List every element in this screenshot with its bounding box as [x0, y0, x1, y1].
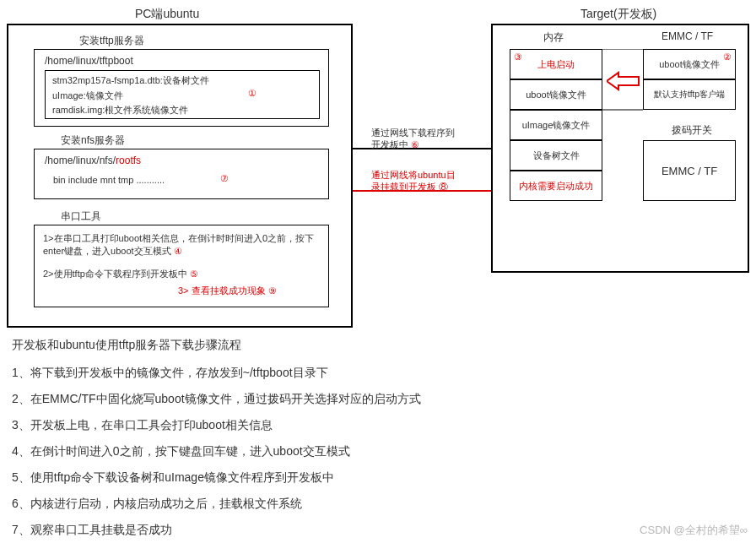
target-box: 内存 EMMC / TF ③ 上电启动 uboot镜像文件 uImage镜像文件… — [491, 24, 749, 273]
step-4: 4、在倒计时间进入0之前，按下键盘回车键，进入uboot交互模式 — [12, 443, 744, 460]
step-6: 6、内核进行启动，内核启动成功之后，挂载根文件系统 — [12, 495, 744, 513]
mem-row-5: 内核需要启动成功 — [510, 171, 602, 201]
step-7: 7、观察串口工具挂载是否成功 — [12, 521, 744, 539]
steps-title: 开发板和ubuntu使用tftp服务器下载步骤流程 — [12, 336, 744, 354]
pc-box: 安装tftp服务器 /home/linux/tftpboot stm32mp15… — [7, 24, 353, 328]
diagram-area: PC端ubuntu Target(开发板) 安装tftp服务器 /home/li… — [0, 0, 756, 329]
serial-line1: 1>在串口工具打印uboot相关信息，在倒计时时间进入0之前，按下enter键盘… — [43, 232, 321, 258]
tftp-box: /home/linux/tftpboot stm32mp157a-fsmp1a.… — [34, 49, 329, 127]
mem-row-1: ③ 上电启动 — [510, 49, 602, 79]
tftp-line2: uImage:镜像文件 — [52, 90, 123, 102]
target-title: Target(开发板) — [580, 7, 656, 22]
emmc-label: EMMC / TF — [660, 30, 715, 42]
tftp-line1: stm32mp157a-fsmp1a.dtb:设备树文件 — [52, 74, 209, 87]
step-1: 1、将下载到开发板中的镜像文件，存放发到~/tftpboot目录下 — [12, 364, 744, 382]
serial-line3: 3> 查看挂载成功现象 ⑨ — [178, 285, 277, 297]
tftp-line3: ramdisk.img:根文件系统镜像文件 — [52, 104, 188, 117]
mem-label: 内存 — [542, 30, 565, 45]
serial-line2: 2>使用tftp命令下载程序到开发板中 ⑤ — [43, 268, 198, 280]
emmc-row-1: ② uboot镜像文件 — [643, 49, 736, 79]
nfs-path: /home/linux/nfs/rootfs — [45, 155, 141, 166]
serial-label: 串口工具 — [59, 209, 103, 224]
dip-box: EMMC / TF — [643, 140, 736, 201]
mem-row-2: uboot镜像文件 — [510, 79, 602, 110]
nfs-path-b: rootfs — [116, 155, 141, 166]
mem-row-3: uImage镜像文件 — [510, 110, 602, 140]
conn-mount: 通过网线将ubuntu目 录挂载到开发板 ⑧ — [371, 169, 456, 193]
mem-row-4: 设备树文件 — [510, 140, 602, 171]
conn-download: 通过网线下载程序到 开发板中 ⑥ — [371, 127, 455, 151]
watermark: CSDN @全村的希望∞ — [640, 523, 748, 538]
step-2: 2、在EMMC/TF中固化烧写uboot镜像文件，通过拨码开关选择对应的启动方式 — [12, 390, 744, 408]
diagonal-lines — [602, 49, 645, 115]
emmc-row-2: 默认支持tftp客户端 — [643, 79, 736, 110]
nfs-line1: bin include mnt tmp ........... — [53, 175, 165, 185]
tftp-label: 安装tftp服务器 — [78, 34, 146, 48]
pc-title: PC端ubuntu — [135, 7, 199, 22]
tftp-path: /home/linux/tftpboot — [45, 55, 133, 67]
steps-section: 开发板和ubuntu使用tftp服务器下载步骤流程 1、将下载到开发板中的镜像文… — [0, 329, 756, 543]
nfs-badge: ⑦ — [220, 173, 229, 184]
serial-box: 1>在串口工具打印uboot相关信息，在倒计时时间进入0之前，按下enter键盘… — [34, 225, 329, 307]
step-3: 3、开发板上电，在串口工具会打印uboot相关信息 — [12, 416, 744, 434]
step-5: 5、使用tftp命令下载设备树和uImage镜像文件程序到开发板中 — [12, 469, 744, 486]
tftp-inner-box: stm32mp157a-fsmp1a.dtb:设备树文件 uImage:镜像文件… — [45, 70, 320, 119]
tftp-badge: ① — [248, 88, 256, 99]
nfs-box: /home/linux/nfs/rootfs bin include mnt t… — [34, 149, 329, 199]
nfs-path-a: /home/linux/nfs/ — [45, 155, 116, 166]
dip-label: 拨码开关 — [670, 123, 714, 138]
nfs-label: 安装nfs服务器 — [59, 133, 127, 148]
